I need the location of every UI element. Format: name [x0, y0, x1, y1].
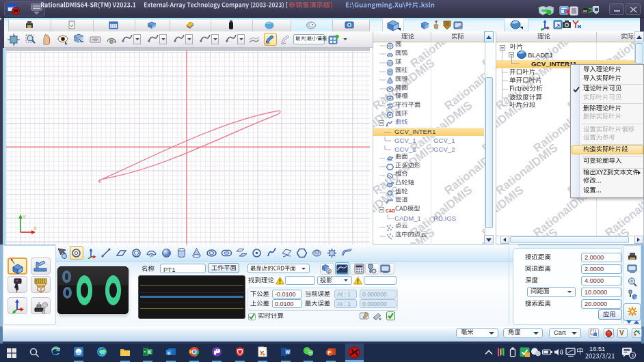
svg-text:co: co [77, 350, 81, 354]
svg-text:0: 0 [327, 269, 330, 274]
svg-text:1: 1 [632, 352, 634, 359]
svg-text:X: X [148, 350, 151, 354]
svg-text:=: = [144, 350, 146, 354]
svg-text:Y: Y [23, 214, 26, 219]
svg-text:CAD: CAD [386, 208, 395, 212]
svg-text:W: W [286, 350, 291, 354]
svg-text:P: P [328, 350, 332, 355]
svg-text:o: o [167, 350, 170, 355]
svg-text:X: X [33, 226, 37, 231]
